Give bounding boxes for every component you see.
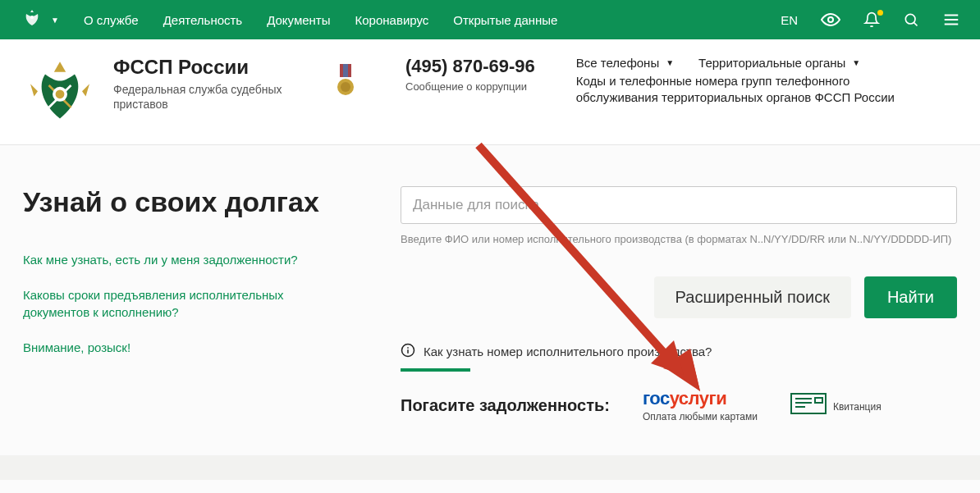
left-column: Узнай о своих долгах Как мне узнать, ест… — [23, 186, 368, 374]
phone-subtitle: Сообщение о коррупции — [405, 80, 535, 93]
svg-point-1 — [828, 17, 833, 22]
agency-subtitle: Федеральная служба судебных приставов — [113, 82, 294, 112]
find-button[interactable]: Найти — [864, 276, 957, 318]
footer-gap — [0, 455, 980, 480]
agency-title-block: ФССП России Федеральная служба судебных … — [113, 56, 294, 112]
nav-activity[interactable]: Деятельность — [163, 13, 243, 27]
svg-point-9 — [341, 82, 350, 92]
topbar: ▼ О службе Деятельность Документы Корона… — [0, 0, 980, 39]
medal-icon[interactable] — [335, 64, 356, 100]
annotation-arrow-icon — [454, 137, 766, 408]
right-block-text: Коды и телефонные номера групп телефонно… — [576, 73, 904, 107]
chevron-down-icon: ▼ — [852, 58, 860, 67]
accent-underline — [401, 368, 470, 372]
faq-link-debts[interactable]: Как мне узнать, есть ли у меня задолженн… — [23, 251, 335, 268]
phone-block: (495) 870-69-96 Сообщение о коррупции — [405, 56, 535, 93]
content: Узнай о своих долгах Как мне узнать, ест… — [0, 145, 980, 447]
search-icon[interactable] — [903, 11, 919, 28]
territorial-dropdown[interactable]: Территориальные органы ▼ — [698, 56, 860, 70]
topbar-nav: О службе Деятельность Документы Коронави… — [84, 13, 781, 27]
chevron-down-icon: ▼ — [666, 58, 674, 67]
receipt-icon — [790, 393, 827, 418]
pay-row: Погасите задолженность: госуслуги Оплата… — [401, 388, 957, 422]
gosuslugi-link[interactable]: госуслуги Оплата любыми картами — [643, 388, 758, 422]
svg-point-4 — [56, 89, 65, 98]
info-icon — [401, 343, 415, 360]
notification-dot-icon — [877, 10, 883, 16]
receipt-link[interactable]: Квитанция — [790, 393, 882, 418]
svg-rect-6 — [340, 64, 343, 77]
nav-about[interactable]: О службе — [84, 13, 139, 27]
emblem-dropdown-icon[interactable]: ▼ — [51, 16, 59, 25]
nav-documents[interactable]: Документы — [267, 13, 330, 27]
howto-link[interactable]: Как узнать номер исполнительного произво… — [401, 343, 957, 360]
svg-point-2 — [905, 14, 915, 24]
lang-switch[interactable]: EN — [781, 13, 798, 27]
right-block: Все телефоны ▼ Территориальные органы ▼ … — [576, 56, 957, 107]
all-phones-dropdown[interactable]: Все телефоны ▼ — [576, 56, 674, 70]
page-heading: Узнай о своих долгах — [23, 186, 368, 218]
search-buttons: Расширенный поиск Найти — [401, 276, 957, 318]
faq-link-deadlines[interactable]: Каковы сроки предъявления исполнительных… — [23, 286, 335, 321]
svg-rect-7 — [348, 64, 351, 77]
search-input[interactable] — [401, 186, 957, 224]
svg-point-0 — [30, 16, 34, 19]
nav-coronavirus[interactable]: Коронавирус — [355, 13, 429, 27]
search-hint: Введите ФИО или номер исполнительного пр… — [401, 232, 957, 247]
pay-title: Погасите задолженность: — [401, 396, 610, 415]
phone-number[interactable]: (495) 870-69-96 — [405, 56, 535, 77]
emblem-icon — [20, 7, 44, 32]
eye-icon[interactable] — [821, 10, 840, 30]
faq-link-wanted[interactable]: Внимание, розыск! — [23, 339, 335, 356]
right-column: Введите ФИО или номер исполнительного пр… — [401, 186, 957, 422]
svg-rect-14 — [815, 398, 822, 403]
topbar-right: EN — [781, 10, 960, 30]
agency-emblem-icon — [23, 56, 97, 130]
advanced-search-button[interactable]: Расширенный поиск — [654, 276, 851, 318]
mainbar: ФССП России Федеральная служба судебных … — [0, 39, 980, 145]
nav-opendata[interactable]: Открытые данные — [453, 13, 557, 27]
bell-icon[interactable] — [863, 11, 880, 28]
menu-icon[interactable] — [942, 11, 960, 29]
agency-title: ФССП России — [113, 56, 294, 79]
